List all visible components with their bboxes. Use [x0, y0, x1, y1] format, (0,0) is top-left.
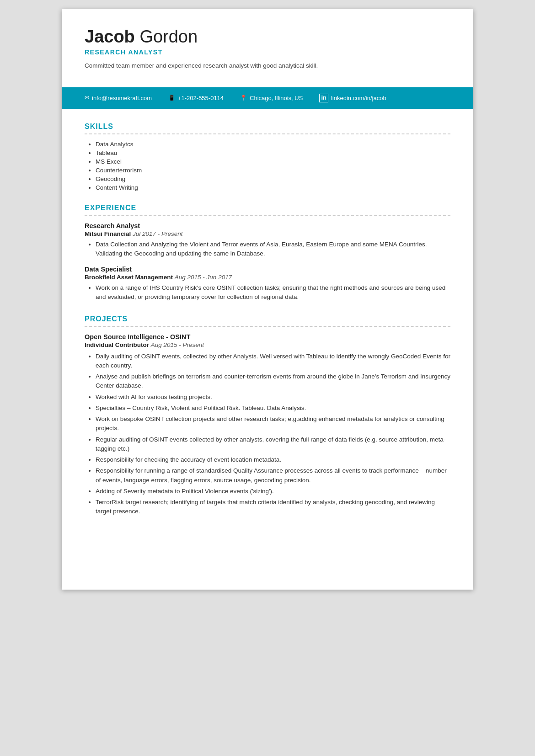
skill-item: Counterterrorism — [96, 167, 450, 174]
job-bullet: Work on a range of IHS Country Risk's co… — [96, 283, 450, 302]
projects-title: PROJECTS — [85, 315, 450, 323]
header-section: Jacob Gordon Research Analyst Committed … — [62, 9, 473, 87]
job-bullet: Data Collection and Analyzing the Violen… — [96, 240, 450, 259]
skills-divider — [85, 133, 450, 134]
project-bullet: Work on bespoke OSINT collection project… — [96, 415, 450, 433]
project-name-1: Open Source Intelligence - OSINT — [85, 333, 450, 341]
job-entry-2: Data Specialist Brookfield Asset Managem… — [85, 266, 450, 302]
experience-section: EXPERIENCE Research Analyst Mitsui Finan… — [85, 204, 450, 302]
project-dates-1: Aug 2015 - Present — [151, 341, 204, 348]
contact-linkedin: in linkedin.com/in/jacob — [319, 94, 386, 102]
last-name: Gordon — [135, 27, 198, 46]
linkedin-text: linkedin.com/in/jacob — [331, 95, 386, 101]
experience-title: EXPERIENCE — [85, 204, 450, 212]
contact-phone: 📱 +1-202-555-0114 — [168, 95, 224, 101]
job-bullets-2: Work on a range of IHS Country Risk's co… — [85, 283, 450, 302]
skills-title: SKILLS — [85, 122, 450, 131]
projects-section: PROJECTS Open Source Intelligence - OSIN… — [85, 315, 450, 516]
project-bullet: Analyse and publish briefings on terrori… — [96, 372, 450, 391]
project-bullet: Worked with AI for various testing proje… — [96, 393, 450, 402]
project-bullet: Responsibility for running a range of st… — [96, 466, 450, 485]
experience-divider — [85, 215, 450, 216]
skill-item: Content Writing — [96, 184, 450, 191]
job-company-2: Brookfield Asset Management Aug 2015 - J… — [85, 274, 450, 281]
email-icon: ✉ — [85, 95, 89, 101]
project-bullets-1: Daily auditing of OSINT events, collecte… — [85, 352, 450, 516]
job-company-1: Mitsui Financial Jul 2017 - Present — [85, 230, 450, 237]
job-title-2: Data Specialist — [85, 266, 450, 273]
location-text: Chicago, Illinois, US — [250, 95, 303, 101]
project-bullet: TerrorRisk target research; identifying … — [96, 498, 450, 516]
job-entry-1: Research Analyst Mitsui Financial Jul 20… — [85, 222, 450, 259]
skill-item: MS Excel — [96, 158, 450, 165]
skill-item: Geocoding — [96, 176, 450, 182]
phone-text: +1-202-555-0114 — [178, 95, 224, 101]
skill-item: Tableau — [96, 149, 450, 156]
full-name: Jacob Gordon — [85, 27, 450, 47]
skills-section: SKILLS Data Analytcs Tableau MS Excel Co… — [85, 122, 450, 191]
project-bullet: Responsibility for checking the accuracy… — [96, 455, 450, 464]
project-entry-1: Open Source Intelligence - OSINT Individ… — [85, 333, 450, 516]
job-dates-2: Aug 2015 - Jun 2017 — [175, 274, 232, 281]
phone-icon: 📱 — [168, 95, 175, 101]
summary: Committed team member and experienced re… — [85, 62, 450, 69]
resume-document: Jacob Gordon Research Analyst Committed … — [62, 9, 473, 590]
linkedin-icon: in — [319, 94, 328, 102]
projects-divider — [85, 326, 450, 327]
email-text: info@resumekraft.com — [92, 95, 152, 101]
project-role-1: Individual Contributor — [85, 341, 149, 348]
location-icon: 📍 — [240, 95, 247, 101]
project-role-line-1: Individual Contributor Aug 2015 - Presen… — [85, 341, 450, 348]
job-title: Research Analyst — [85, 48, 450, 56]
project-bullet: Regular auditing of OSINT events collect… — [96, 435, 450, 454]
project-bullet: Daily auditing of OSINT events, collecte… — [96, 352, 450, 371]
job-bullets-1: Data Collection and Analyzing the Violen… — [85, 240, 450, 259]
first-name: Jacob — [85, 27, 135, 46]
job-dates-1: Jul 2017 - Present — [133, 230, 183, 237]
company-name-2: Brookfield Asset Management — [85, 274, 173, 281]
contact-location: 📍 Chicago, Illinois, US — [240, 95, 303, 101]
main-content: SKILLS Data Analytcs Tableau MS Excel Co… — [62, 109, 473, 543]
job-title-1: Research Analyst — [85, 222, 450, 229]
skills-list: Data Analytcs Tableau MS Excel Counterte… — [85, 141, 450, 191]
company-name-1: Mitsui Financial — [85, 230, 131, 237]
contact-email: ✉ info@resumekraft.com — [85, 95, 152, 101]
contact-bar: ✉ info@resumekraft.com 📱 +1-202-555-0114… — [62, 87, 473, 109]
skill-item: Data Analytcs — [96, 141, 450, 148]
project-bullet: Adding of Severity metadata to Political… — [96, 487, 450, 496]
project-bullet: Specialties – Country Risk, Violent and … — [96, 404, 450, 413]
